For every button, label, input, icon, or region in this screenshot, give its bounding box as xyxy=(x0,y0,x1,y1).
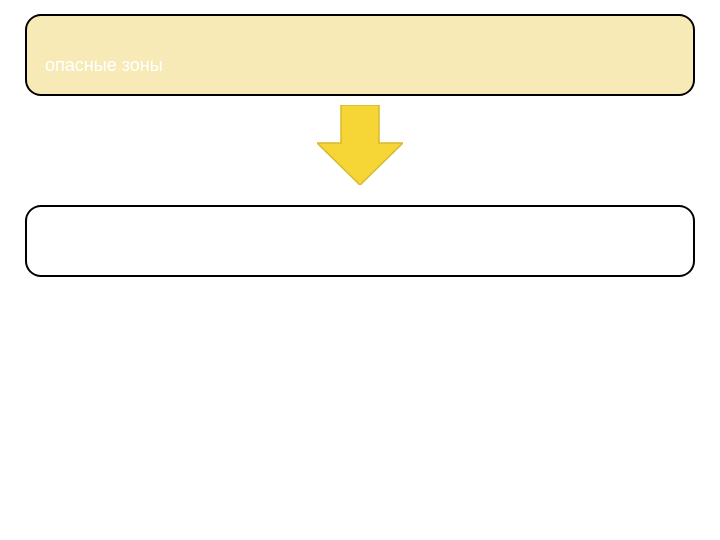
arrow-down-icon xyxy=(317,105,403,189)
arrow-shape xyxy=(317,105,403,185)
diagram-box-top-label: опасные зоны xyxy=(45,55,163,76)
diagram-box-top: опасные зоны xyxy=(25,14,695,96)
diagram-box-bottom xyxy=(25,205,695,277)
